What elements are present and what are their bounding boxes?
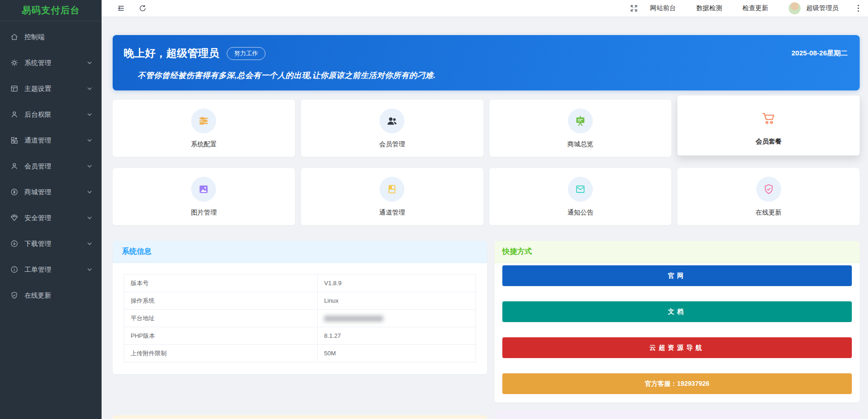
sidebar-item-control[interactable]: 控制端 [0, 24, 102, 50]
chevron-down-icon [87, 163, 92, 169]
card-announcements[interactable]: 通知公告 [489, 168, 672, 225]
sidebar-item-theme[interactable]: 主题设置 [0, 76, 102, 102]
sliders-icon [198, 115, 210, 127]
mood-badge: 努力工作 [227, 47, 265, 60]
info-label: 上传附件限制 [124, 345, 318, 362]
info-value: 8.1.27 [318, 327, 476, 345]
shortcuts-title: 快捷方式 [494, 241, 860, 263]
chevron-down-icon [87, 189, 92, 195]
card-member-manage[interactable]: 会员管理 [301, 100, 483, 157]
sidebar-item-label: 主题设置 [24, 84, 87, 93]
icon-circle [191, 108, 216, 133]
info-value: V1.8.9 [318, 275, 476, 292]
refresh-icon[interactable] [139, 4, 147, 12]
chevron-down-icon [87, 241, 92, 246]
chevron-down-icon [87, 138, 92, 143]
topbar-link-checkupdate[interactable]: 检查更新 [742, 4, 768, 12]
lower-panels: 系统信息 版本号 V1.8.9 操作系统 Linux 平台地址 [113, 241, 860, 419]
image-icon [198, 183, 210, 195]
collapse-sidebar-icon[interactable] [117, 4, 125, 12]
sidebar-item-security[interactable]: 安全管理 [0, 205, 102, 231]
download-circle-icon [10, 239, 18, 248]
card-label: 通知公告 [567, 209, 593, 217]
sidebar-menu: 控制端 系统管理 主题设置 后台权限 通 [0, 21, 102, 308]
sidebar-item-members[interactable]: 会员管理 [0, 153, 102, 179]
kebab-menu-icon[interactable] [855, 4, 862, 12]
sidebar-item-label: 通道管理 [24, 136, 87, 145]
sidebar-item-label: 系统管理 [24, 59, 87, 67]
shield-check-icon [10, 291, 18, 299]
icon-circle [756, 177, 781, 202]
sidebar-item-label: 控制端 [24, 33, 92, 42]
card-member-packages[interactable]: 会员套餐 [677, 96, 860, 156]
sidebar-item-permissions[interactable]: 后台权限 [0, 102, 102, 127]
sidebar-item-mall[interactable]: 商城管理 [0, 179, 102, 205]
table-row: PHP版本 8.1.27 [124, 327, 476, 345]
shortcuts-panel: 快捷方式 官网 文档 云超资源导航 官方客服：192937926 [494, 241, 860, 402]
topbar-link-datacheck[interactable]: 数据检测 [696, 4, 722, 12]
topbar-right: 网站前台 数据检测 检查更新 超级管理员 [630, 2, 868, 14]
mail-icon [574, 183, 586, 195]
support-qq-button[interactable]: 官方客服：192937926 [502, 373, 852, 394]
info-value-redacted [318, 310, 476, 327]
avatar[interactable] [789, 2, 801, 14]
sidebar-item-downloads[interactable]: 下载管理 [0, 231, 102, 257]
topbar: 网站前台 数据检测 检查更新 超级管理员 [102, 0, 868, 17]
sidebar-item-update[interactable]: 在线更新 [0, 282, 102, 308]
table-row: 操作系统 Linux [124, 292, 476, 310]
icon-circle [191, 177, 216, 202]
docs-button[interactable]: 文档 [502, 301, 852, 322]
card-channel-manage[interactable]: 通道管理 [301, 168, 483, 225]
calendar-icon [386, 183, 398, 195]
welcome-banner: 晚上好，超级管理员 努力工作 不管你曾经被伤害得有多深,总会有一个人的出现,让你… [113, 35, 860, 90]
cart-icon [761, 110, 777, 126]
card-system-config[interactable]: 系统配置 [113, 100, 295, 157]
sidebar: 易码支付后台 控制端 系统管理 主题设置 后台权限 [0, 0, 102, 419]
table-row: 平台地址 [124, 310, 476, 327]
sidebar-item-label: 商城管理 [24, 188, 87, 197]
topbar-link-frontend[interactable]: 网站前台 [650, 4, 676, 12]
icon-circle [380, 177, 404, 202]
chevron-down-icon [87, 215, 92, 221]
right-column: 快捷方式 官网 文档 云超资源导航 官方客服：192937926 数据统计 [494, 241, 860, 419]
stats-panel: 数据统计 [494, 411, 860, 419]
quick-cards-grid: 系统配置 会员管理 商城总览 会员套餐 图片管理 [113, 100, 860, 225]
redacted-value [324, 316, 383, 322]
info-value: Linux [318, 292, 476, 310]
info-value: 50M [318, 345, 476, 362]
card-online-update[interactable]: 在线更新 [677, 168, 860, 225]
sidebar-item-system[interactable]: 系统管理 [0, 50, 102, 76]
user-icon [10, 162, 18, 170]
user-icon [10, 110, 18, 119]
official-site-button[interactable]: 官网 [502, 265, 852, 286]
chevron-down-icon [87, 60, 92, 66]
table-row: 版本号 V1.8.9 [124, 275, 476, 292]
sidebar-item-tickets[interactable]: 工单管理 [0, 257, 102, 282]
system-info-table: 版本号 V1.8.9 操作系统 Linux 平台地址 PHP版本 [124, 274, 476, 362]
resource-nav-button[interactable]: 云超资源导航 [502, 337, 852, 358]
chevron-down-icon [87, 112, 92, 117]
greeting-text: 晚上好，超级管理员 [124, 46, 219, 60]
sidebar-item-label: 工单管理 [24, 265, 87, 274]
gear-icon [10, 59, 18, 67]
info-label: 平台地址 [124, 310, 318, 327]
icon-circle [568, 108, 593, 133]
card-image-manage[interactable]: 图片管理 [113, 168, 295, 225]
sidebar-item-label: 安全管理 [24, 214, 87, 222]
left-column: 系统信息 版本号 V1.8.9 操作系统 Linux 平台地址 [113, 241, 487, 419]
system-info-title: 系统信息 [113, 241, 487, 263]
icon-circle [568, 177, 593, 202]
app-logo: 易码支付后台 [0, 0, 102, 21]
main-content: 晚上好，超级管理员 努力工作 不管你曾经被伤害得有多深,总会有一个人的出现,让你… [102, 17, 868, 419]
sidebar-item-label: 下载管理 [24, 239, 87, 248]
card-mall-overview[interactable]: 商城总览 [489, 100, 672, 157]
sidebar-item-label: 会员管理 [24, 162, 87, 171]
card-label: 在线更新 [756, 209, 782, 217]
info-label: 版本号 [124, 275, 318, 292]
card-label: 会员管理 [379, 140, 405, 149]
sidebar-item-channels[interactable]: 通道管理 [0, 127, 102, 153]
current-user-name[interactable]: 超级管理员 [806, 4, 838, 12]
card-label: 图片管理 [191, 209, 217, 217]
fullscreen-icon[interactable] [630, 4, 638, 12]
sidebar-item-label: 在线更新 [24, 291, 92, 300]
